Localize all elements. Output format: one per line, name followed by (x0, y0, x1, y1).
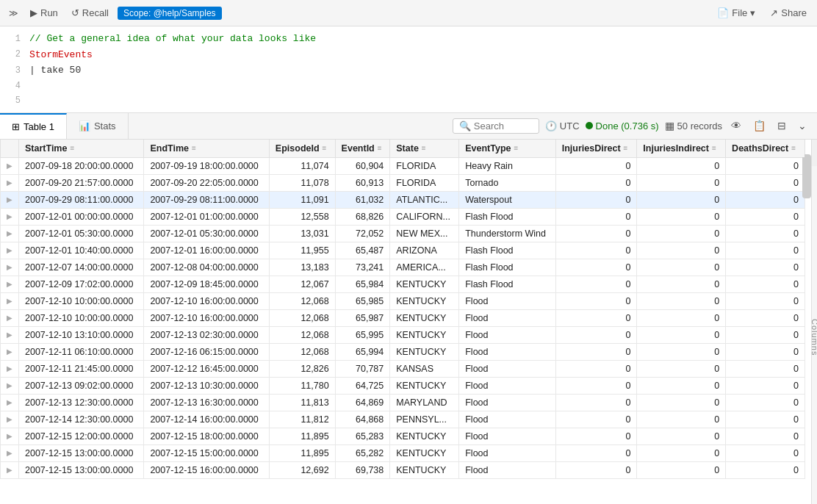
table-row[interactable]: ▶2007-12-11 21:45:00.00002007-12-12 16:4… (1, 360, 805, 377)
col-deathsdirect-header[interactable]: DeathsDirect≡ (726, 140, 805, 158)
stats-icon: 📊 (79, 120, 90, 132)
cell-expand[interactable]: ▶ (1, 377, 19, 394)
col-episodeid-header[interactable]: EpisodeId≡ (269, 140, 335, 158)
scroll-thumb[interactable] (802, 154, 811, 198)
table-row[interactable]: ▶2007-12-09 17:02:00.00002007-12-09 18:4… (1, 276, 805, 292)
cell-expand[interactable]: ▶ (1, 461, 19, 478)
table-row[interactable]: ▶2007-12-10 13:10:00.00002007-12-13 02:3… (1, 326, 805, 343)
table-row[interactable]: ▶2007-12-13 09:02:00.00002007-12-13 10:3… (1, 377, 805, 394)
cell-episodeid: 11,812 (269, 411, 335, 428)
cell-eventid: 64,868 (335, 411, 390, 428)
cell-injuriesindirect: 0 (637, 292, 726, 309)
run-button[interactable]: ▶ Run (26, 6, 62, 20)
cell-expand[interactable]: ▶ (1, 411, 19, 428)
file-chevron-icon: ▾ (750, 7, 755, 18)
cell-expand[interactable]: ▶ (1, 326, 19, 343)
tab-table[interactable]: ⊞ Table 1 (0, 113, 67, 139)
table-wrapper[interactable]: StartTime≡ EndTime≡ EpisodeId≡ EventId≡ … (0, 140, 817, 505)
cell-expand[interactable]: ▶ (1, 174, 19, 191)
table-row[interactable]: ▶2007-09-29 08:11:00.00002007-09-29 08:1… (1, 191, 805, 208)
cell-starttime: 2007-12-09 17:02:00.0000 (19, 276, 144, 292)
top-bar: ≫ ▶ Run ↺ Recall Scope: @help/Samples 📄 … (0, 0, 817, 26)
columns-panel[interactable]: Columns (811, 166, 817, 505)
cell-eventtype: Flood (459, 326, 555, 343)
expand-button[interactable]: ⌄ (795, 118, 810, 133)
cell-deathsdirect: 0 (726, 259, 805, 276)
recall-button[interactable]: ↺ Recall (67, 6, 113, 20)
table-row[interactable]: ▶2007-12-11 06:10:00.00002007-12-16 06:1… (1, 343, 805, 360)
cell-endtime: 2007-09-20 22:05:00.0000 (144, 174, 269, 191)
table-row[interactable]: ▶2007-12-10 10:00:00.00002007-12-10 16:0… (1, 292, 805, 309)
cell-expand[interactable]: ▶ (1, 309, 19, 326)
cell-eventid: 73,241 (335, 259, 390, 276)
cell-eventid: 60,904 (335, 157, 390, 174)
expand-icon[interactable]: ≫ (6, 7, 21, 20)
cell-deathsdirect: 0 (726, 411, 805, 428)
table-row[interactable]: ▶2007-09-18 20:00:00.00002007-09-19 18:0… (1, 157, 805, 174)
table-row[interactable]: ▶2007-12-15 12:00:00.00002007-12-15 18:0… (1, 428, 805, 444)
col-injuriesindirect-header[interactable]: InjuriesIndirect≡ (637, 140, 726, 158)
cell-expand[interactable]: ▶ (1, 292, 19, 309)
utc-toggle[interactable]: 🕐 UTC (545, 120, 580, 132)
cell-expand[interactable]: ▶ (1, 225, 19, 242)
cell-episodeid: 11,955 (269, 242, 335, 259)
cell-eventtype: Flood (459, 343, 555, 360)
cell-expand[interactable]: ▶ (1, 208, 19, 225)
tab-stats[interactable]: 📊 Stats (67, 113, 129, 139)
cell-endtime: 2007-09-29 08:11:00.0000 (144, 191, 269, 208)
cell-expand[interactable]: ▶ (1, 394, 19, 411)
cell-expand[interactable]: ▶ (1, 360, 19, 377)
search-input[interactable] (474, 120, 533, 132)
cell-expand[interactable]: ▶ (1, 259, 19, 276)
copy-button[interactable]: 📋 (750, 118, 769, 133)
table-row[interactable]: ▶2007-12-01 10:40:00.00002007-12-01 16:0… (1, 242, 805, 259)
code-line-3: 3 | take 50 (0, 62, 817, 79)
col-eventid-header[interactable]: EventId≡ (335, 140, 390, 158)
col-starttime-header[interactable]: StartTime≡ (19, 140, 144, 158)
eye-button[interactable]: 👁 (728, 118, 744, 133)
cell-expand[interactable]: ▶ (1, 428, 19, 444)
editor-area[interactable]: 1 // Get a general idea of what your dat… (0, 26, 817, 113)
cell-eventtype: Flood (459, 309, 555, 326)
table-row[interactable]: ▶2007-12-10 10:00:00.00002007-12-10 16:0… (1, 309, 805, 326)
share-icon: ↗ (770, 7, 778, 18)
table-row[interactable]: ▶2007-09-20 21:57:00.00002007-09-20 22:0… (1, 174, 805, 191)
cell-expand[interactable]: ▶ (1, 343, 19, 360)
cell-starttime: 2007-12-10 10:00:00.0000 (19, 309, 144, 326)
col-eventtype-header[interactable]: EventType≡ (459, 140, 555, 158)
table-row[interactable]: ▶2007-12-13 12:30:00.00002007-12-13 16:3… (1, 394, 805, 411)
cell-injuriesindirect: 0 (637, 326, 726, 343)
cell-injuriesdirect: 0 (555, 411, 637, 428)
grid-button[interactable]: ⊟ (774, 118, 789, 133)
search-box[interactable]: 🔍 (453, 118, 539, 134)
cell-expand[interactable]: ▶ (1, 242, 19, 259)
cell-deathsdirect: 0 (726, 394, 805, 411)
table-row[interactable]: ▶2007-12-14 12:30:00.00002007-12-14 16:0… (1, 411, 805, 428)
cell-episodeid: 12,826 (269, 360, 335, 377)
cell-injuriesindirect: 0 (637, 394, 726, 411)
col-state-header[interactable]: State≡ (390, 140, 459, 158)
cell-episodeid: 11,895 (269, 428, 335, 444)
scope-badge[interactable]: Scope: @help/Samples (118, 7, 222, 20)
share-button[interactable]: ↗ Share (766, 6, 811, 20)
col-expand-header (1, 140, 19, 158)
table-row[interactable]: ▶2007-12-07 14:00:00.00002007-12-08 04:0… (1, 259, 805, 276)
table-row[interactable]: ▶2007-12-01 05:30:00.00002007-12-01 05:3… (1, 225, 805, 242)
cell-injuriesindirect: 0 (637, 242, 726, 259)
file-button[interactable]: 📄 File ▾ (713, 6, 760, 20)
cell-expand[interactable]: ▶ (1, 157, 19, 174)
col-injuriesdirect-header[interactable]: InjuriesDirect≡ (555, 140, 637, 158)
table-row[interactable]: ▶2007-12-01 00:00:00.00002007-12-01 01:0… (1, 208, 805, 225)
cell-expand[interactable]: ▶ (1, 276, 19, 292)
file-icon: 📄 (717, 7, 729, 18)
cell-expand[interactable]: ▶ (1, 444, 19, 461)
cell-starttime: 2007-09-20 21:57:00.0000 (19, 174, 144, 191)
cell-expand[interactable]: ▶ (1, 191, 19, 208)
table-row[interactable]: ▶2007-12-15 13:00:00.00002007-12-15 15:0… (1, 444, 805, 461)
table-row[interactable]: ▶2007-12-15 13:00:00.00002007-12-15 16:0… (1, 461, 805, 478)
col-endtime-header[interactable]: EndTime≡ (144, 140, 269, 158)
tab-stats-label: Stats (94, 120, 116, 132)
cell-episodeid: 11,074 (269, 157, 335, 174)
cell-episodeid: 12,068 (269, 326, 335, 343)
cell-endtime: 2007-09-19 18:00:00.0000 (144, 157, 269, 174)
